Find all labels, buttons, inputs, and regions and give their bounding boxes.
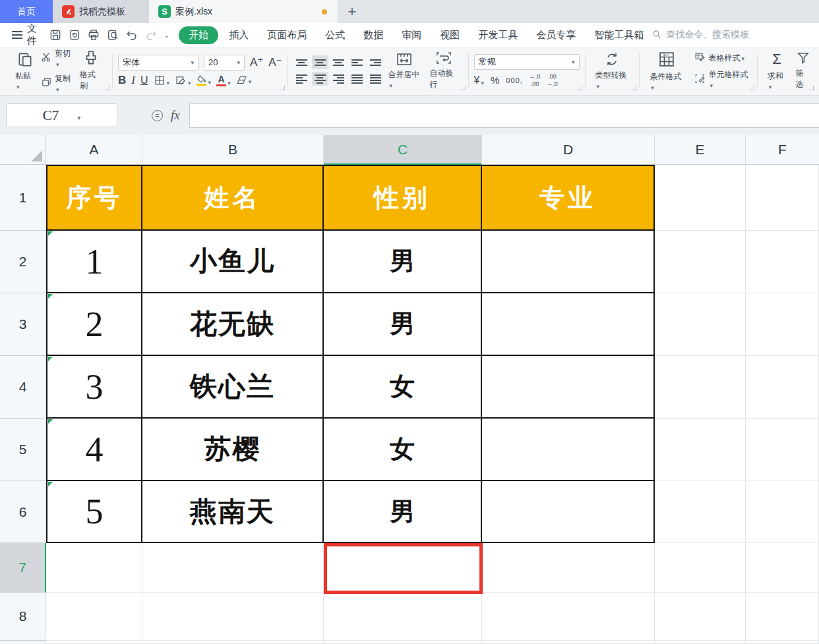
menu-tab-home[interactable]: 开始 bbox=[179, 26, 218, 44]
thousands-format-button[interactable]: 000, bbox=[506, 76, 522, 84]
distributed-button[interactable] bbox=[367, 72, 384, 86]
shading-button[interactable] bbox=[175, 74, 191, 86]
cell-D4[interactable] bbox=[482, 356, 655, 419]
cell-D8[interactable] bbox=[482, 593, 655, 641]
cell-F8[interactable] bbox=[746, 593, 819, 641]
cell-B1[interactable]: 姓名 bbox=[142, 165, 324, 231]
column-header-e[interactable]: E bbox=[655, 135, 746, 165]
cell-B2[interactable]: 小鱼儿 bbox=[142, 231, 324, 293]
italic-button[interactable]: I bbox=[131, 74, 135, 87]
cell-C5[interactable]: 女 bbox=[324, 419, 482, 481]
cell-C6[interactable]: 男 bbox=[324, 481, 482, 543]
cell-D3[interactable] bbox=[482, 293, 655, 356]
wrap-text-button[interactable]: 自动换行 bbox=[425, 51, 463, 90]
cell-B5[interactable]: 苏樱 bbox=[142, 419, 324, 481]
row-header-6[interactable]: 6 bbox=[0, 481, 46, 543]
menu-tab-membership[interactable]: 会员专享 bbox=[528, 26, 584, 44]
tab-docer-templates[interactable]: 找稻壳模板 bbox=[53, 0, 149, 23]
filter-button[interactable]: 筛选 bbox=[791, 51, 815, 90]
cell-E2[interactable] bbox=[655, 231, 746, 293]
borders-button[interactable] bbox=[154, 74, 170, 86]
cell-F3[interactable] bbox=[746, 293, 819, 356]
cell-B4[interactable]: 铁心兰 bbox=[142, 356, 324, 419]
cell-A2[interactable]: 1 bbox=[46, 231, 142, 293]
cell-E1[interactable] bbox=[655, 165, 746, 231]
row-header-2[interactable]: 2 bbox=[0, 231, 46, 293]
cell-style-button[interactable]: 单元格样式 bbox=[692, 69, 751, 90]
cell-A6[interactable]: 5 bbox=[46, 481, 142, 543]
redo-icon[interactable] bbox=[144, 28, 158, 42]
row-header-5[interactable]: 5 bbox=[0, 419, 46, 481]
cell-F1[interactable] bbox=[746, 165, 819, 231]
align-right-button[interactable] bbox=[330, 72, 347, 86]
conditional-format-button[interactable]: 条件格式 bbox=[645, 50, 688, 92]
type-convert-button[interactable]: 类型转换 bbox=[591, 51, 634, 90]
cell-E6[interactable] bbox=[655, 481, 746, 543]
insert-function-fx-icon[interactable]: fx bbox=[171, 108, 180, 123]
cell-C8[interactable] bbox=[324, 593, 482, 641]
cell-D2[interactable] bbox=[482, 231, 655, 293]
menu-tab-review[interactable]: 审阅 bbox=[394, 26, 429, 44]
toolbar-options-chevron-icon[interactable]: ⌄ bbox=[164, 31, 169, 40]
sum-button[interactable]: Σ 求和 bbox=[763, 51, 791, 91]
number-format-select[interactable]: 常规 bbox=[474, 54, 580, 70]
cell-A5[interactable]: 4 bbox=[46, 419, 142, 481]
cell-D7[interactable] bbox=[482, 543, 655, 593]
increase-indent-button[interactable] bbox=[367, 55, 384, 69]
name-box[interactable]: C7 bbox=[6, 103, 117, 127]
justify-button[interactable] bbox=[349, 72, 365, 86]
zoom-formula-icon[interactable]: = bbox=[152, 110, 163, 121]
align-middle-button[interactable] bbox=[312, 55, 328, 69]
fill-color-button[interactable] bbox=[197, 74, 212, 86]
cell-E5[interactable] bbox=[655, 419, 746, 481]
increase-font-button[interactable]: A⁺ bbox=[250, 55, 263, 69]
cell-F6[interactable] bbox=[746, 481, 819, 543]
undo-icon[interactable] bbox=[125, 28, 138, 42]
row-header-4[interactable]: 4 bbox=[0, 356, 46, 419]
row-header-7[interactable]: 7 bbox=[0, 543, 46, 593]
cell-E9[interactable] bbox=[655, 641, 746, 644]
print-preview-icon[interactable] bbox=[106, 28, 119, 42]
align-left-button[interactable] bbox=[293, 72, 310, 86]
menu-tab-developer[interactable]: 开发工具 bbox=[470, 26, 526, 44]
eraser-button[interactable] bbox=[236, 75, 252, 85]
save-icon[interactable] bbox=[49, 28, 62, 42]
cell-C3[interactable]: 男 bbox=[324, 293, 482, 356]
cell-E8[interactable] bbox=[655, 593, 746, 641]
cell-A4[interactable]: 3 bbox=[46, 356, 142, 419]
cell-F7[interactable] bbox=[746, 543, 819, 593]
file-menu-button[interactable]: 文件 bbox=[7, 22, 42, 47]
cell-F9[interactable] bbox=[746, 641, 819, 644]
cell-E7[interactable] bbox=[655, 543, 746, 593]
select-all-corner[interactable] bbox=[0, 135, 46, 165]
cell-B8[interactable] bbox=[142, 593, 324, 641]
cell-E4[interactable] bbox=[655, 356, 746, 419]
cell-B7[interactable] bbox=[142, 543, 324, 593]
row-header-9[interactable] bbox=[0, 641, 46, 644]
cell-D1[interactable]: 专业 bbox=[482, 165, 655, 231]
tab-home[interactable]: 首页 bbox=[0, 0, 53, 23]
underline-button[interactable]: U bbox=[140, 74, 148, 86]
menu-tab-view[interactable]: 视图 bbox=[432, 26, 468, 44]
decrease-indent-button[interactable] bbox=[349, 55, 365, 69]
menu-tab-formulas[interactable]: 公式 bbox=[317, 26, 353, 44]
column-header-b[interactable]: B bbox=[142, 135, 324, 165]
cell-C9[interactable] bbox=[324, 641, 482, 644]
cell-F5[interactable] bbox=[746, 419, 819, 481]
cell-C2[interactable]: 男 bbox=[324, 231, 482, 293]
cell-A8[interactable] bbox=[46, 593, 142, 641]
cell-F4[interactable] bbox=[746, 356, 819, 419]
row-header-1[interactable]: 1 bbox=[0, 165, 46, 231]
bold-button[interactable]: B bbox=[118, 74, 126, 87]
cell-F2[interactable] bbox=[746, 231, 819, 293]
align-center-button[interactable] bbox=[312, 72, 328, 86]
format-painter-button[interactable]: 格式刷 bbox=[75, 49, 107, 92]
merge-center-button[interactable]: 合并居中 bbox=[384, 52, 425, 90]
align-top-button[interactable] bbox=[293, 55, 310, 69]
column-header-a[interactable]: A bbox=[46, 135, 142, 165]
font-name-select[interactable]: 宋体 bbox=[118, 55, 198, 71]
cell-C1[interactable]: 性别 bbox=[324, 165, 482, 231]
formula-input[interactable] bbox=[189, 103, 819, 128]
column-header-f[interactable]: F bbox=[746, 135, 819, 165]
cell-E3[interactable] bbox=[655, 293, 746, 356]
